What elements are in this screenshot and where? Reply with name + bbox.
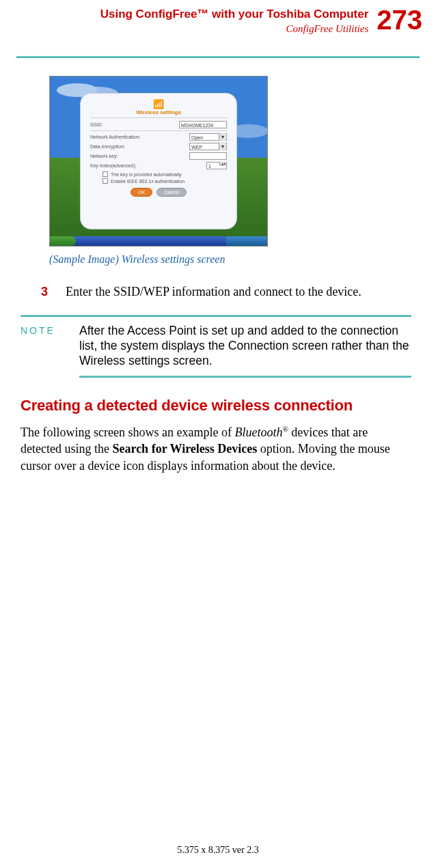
bold-phrase: Search for Wireless Devices xyxy=(112,442,257,456)
panel-header: 📶 xyxy=(90,99,227,109)
antenna-icon: 📶 xyxy=(153,99,164,109)
ssid-row: SSID: MSHOME1234 xyxy=(90,121,227,128)
page-content: 📶 Wireless settings SSID: MSHOME1234 Net… xyxy=(0,58,436,474)
key-input[interactable] xyxy=(189,152,227,160)
index-row: Key index(advanced): 1 xyxy=(90,162,227,169)
cancel-button[interactable]: Cancel xyxy=(156,188,187,197)
step-text: Enter the SSID/WEP information and conne… xyxy=(66,283,362,300)
index-label: Key index(advanced): xyxy=(90,163,204,168)
enc-label: Data encryption: xyxy=(90,144,187,149)
page-number: 273 xyxy=(377,7,422,33)
auth-row: Network Authentication: Open xyxy=(90,133,227,141)
taskbar xyxy=(50,236,267,246)
registered-mark: ® xyxy=(282,425,288,433)
start-button[interactable] xyxy=(50,236,76,246)
index-spinner[interactable]: 1 xyxy=(206,162,227,169)
body-paragraph: The following screen shows an example of… xyxy=(21,424,411,474)
panel-divider xyxy=(90,130,227,131)
checkbox-icon xyxy=(103,178,108,184)
ssid-label: SSID: xyxy=(90,122,176,127)
note-label: NOTE xyxy=(21,324,64,369)
auto-key-checkbox-row[interactable]: The key is provided automatically xyxy=(103,171,227,177)
step-number: 3 xyxy=(41,283,48,300)
chapter-title: Using ConfigFree™ with your Toshiba Comp… xyxy=(100,7,369,36)
page-header: Using ConfigFree™ with your Toshiba Comp… xyxy=(0,0,436,38)
auto-key-label: The key is provided automatically xyxy=(111,172,182,177)
system-tray xyxy=(226,236,267,246)
enc-dropdown[interactable]: WEP xyxy=(189,143,227,150)
panel-title: Wireless settings xyxy=(90,109,227,118)
panel-buttons: OK Cancel xyxy=(90,188,227,197)
key-row: Network key: xyxy=(90,152,227,160)
screenshot-caption: (Sample Image) Wireless settings screen xyxy=(49,253,415,266)
step-item: 3 Enter the SSID/WEP information and con… xyxy=(41,283,410,300)
auth-label: Network Authentication: xyxy=(90,135,187,139)
key-label: Network key: xyxy=(90,154,187,158)
checkbox-icon xyxy=(103,171,108,177)
chapter-subtitle: ConfigFree Utilities xyxy=(100,23,369,36)
auth-dropdown[interactable]: Open xyxy=(189,133,227,141)
note-bottom-rule xyxy=(79,376,411,378)
enc-row: Data encryption: WEP xyxy=(90,143,227,150)
note-top-rule xyxy=(21,315,411,317)
note-block: NOTE After the Access Point is set up an… xyxy=(21,324,410,369)
note-text: After the Access Point is set up and add… xyxy=(79,324,410,369)
section-heading: Creating a detected device wireless conn… xyxy=(21,397,415,415)
ssid-input[interactable]: MSHOME1234 xyxy=(179,121,227,128)
sample-screenshot: 📶 Wireless settings SSID: MSHOME1234 Net… xyxy=(49,76,268,247)
wireless-settings-panel: 📶 Wireless settings SSID: MSHOME1234 Net… xyxy=(80,93,237,229)
ok-button[interactable]: OK xyxy=(131,188,152,197)
chapter-title-text: Using ConfigFree™ with your Toshiba Comp… xyxy=(100,8,369,20)
body-text-a: The following screen shows an example of xyxy=(21,425,234,439)
ieee-checkbox-row[interactable]: Enable IEEE 802.1x authentication xyxy=(103,178,227,184)
page-footer: 5.375 x 8.375 ver 2.3 xyxy=(0,845,436,856)
ieee-label: Enable IEEE 802.1x authentication xyxy=(111,179,185,184)
bluetooth-word: Bluetooth xyxy=(234,425,282,439)
